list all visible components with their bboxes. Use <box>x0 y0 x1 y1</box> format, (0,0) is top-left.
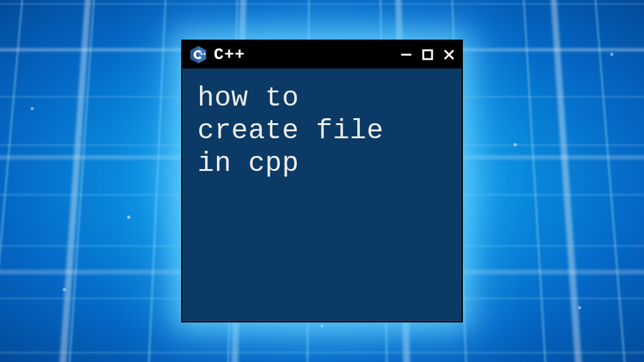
minimize-button[interactable] <box>399 47 414 62</box>
terminal-window: C++ how to create file in cpp <box>181 40 463 322</box>
titlebar: C++ <box>182 41 462 69</box>
svg-rect-5 <box>204 53 205 55</box>
svg-rect-7 <box>423 50 432 59</box>
cpp-logo-icon <box>189 45 208 64</box>
window-content-text: how to create file in cpp <box>182 69 462 194</box>
window-controls <box>399 47 457 62</box>
maximize-button[interactable] <box>420 47 435 62</box>
svg-rect-3 <box>201 53 202 55</box>
window-title: C++ <box>214 45 245 64</box>
close-button[interactable] <box>441 47 457 62</box>
